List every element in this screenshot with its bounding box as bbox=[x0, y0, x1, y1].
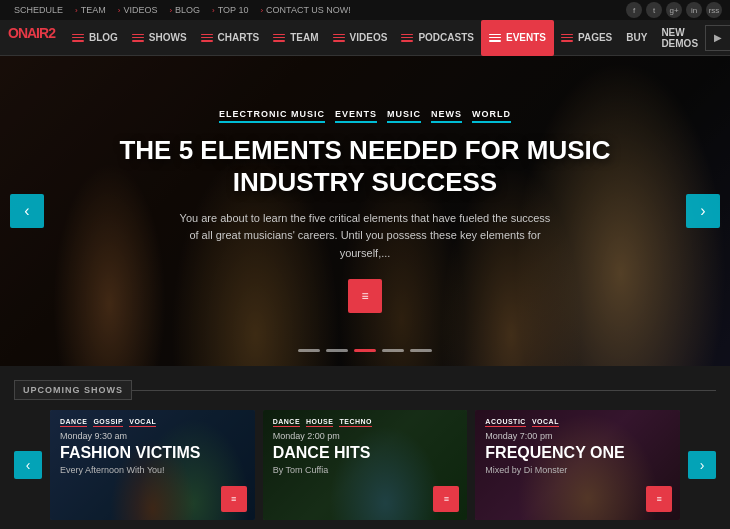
shows-prev-button[interactable]: ‹ bbox=[14, 451, 42, 479]
hero-read-more-button[interactable]: ≡ bbox=[348, 279, 382, 313]
show-title-3: FREQUENCY ONE bbox=[485, 444, 670, 462]
topbar-item-contact[interactable]: › CONTACT US NOW! bbox=[254, 5, 356, 15]
menu-icon: ≡ bbox=[444, 494, 449, 504]
menu-icon bbox=[132, 34, 144, 42]
twitter-icon[interactable]: t bbox=[646, 2, 662, 18]
hero-content: ELECTRONIC MUSIC EVENTS MUSIC NEWS WORLD… bbox=[0, 56, 730, 366]
slider-dot-2[interactable] bbox=[326, 349, 348, 352]
menu-icon bbox=[72, 34, 84, 42]
show-card-1[interactable]: DANCE GOSSIP VOCAL Monday 9:30 am FASHIO… bbox=[50, 410, 255, 520]
menu-icon bbox=[273, 34, 285, 42]
shows-grid: DANCE GOSSIP VOCAL Monday 9:30 am FASHIO… bbox=[50, 410, 680, 520]
nav-item-new-demos[interactable]: NEW DEMOS bbox=[654, 20, 705, 56]
show-title-2: DANCE HITS bbox=[273, 444, 458, 462]
menu-icon: ≡ bbox=[361, 289, 368, 303]
show-card-tags-3: ACOUSTIC VOCAL bbox=[485, 418, 670, 427]
menu-icon bbox=[489, 34, 501, 42]
shows-next-button[interactable]: › bbox=[688, 451, 716, 479]
slider-dot-3[interactable] bbox=[354, 349, 376, 352]
site-logo[interactable]: ONAIR2 bbox=[8, 25, 55, 50]
nav-item-blog[interactable]: BLOG bbox=[65, 20, 125, 56]
nav-item-team[interactable]: TEAM bbox=[266, 20, 325, 56]
show-card-tags-2: DANCE HOUSE TECHNO bbox=[273, 418, 458, 427]
hero-tag-music[interactable]: MUSIC bbox=[387, 109, 421, 123]
show-subtitle-2: By Tom Cuffia bbox=[273, 465, 458, 475]
upcoming-shows-label: UPCOMING SHOWS bbox=[14, 380, 132, 400]
slider-dot-4[interactable] bbox=[382, 349, 404, 352]
show-tag-dance[interactable]: DANCE bbox=[60, 418, 87, 427]
show-time-3: Monday 7:00 pm bbox=[485, 431, 670, 441]
nav-item-charts[interactable]: CHARTS bbox=[194, 20, 267, 56]
hero-tag-electronic[interactable]: ELECTRONIC MUSIC bbox=[219, 109, 325, 123]
topbar-item-videos[interactable]: › VIDEOS bbox=[112, 5, 164, 15]
hero-tag-news[interactable]: NEWS bbox=[431, 109, 462, 123]
hero-tags: ELECTRONIC MUSIC EVENTS MUSIC NEWS WORLD bbox=[219, 109, 511, 123]
linkedin-icon[interactable]: in bbox=[686, 2, 702, 18]
nav-item-shows[interactable]: SHOWS bbox=[125, 20, 194, 56]
nav-items: BLOG SHOWS CHARTS TEAM VIDEOS PODCASTS E… bbox=[65, 20, 705, 56]
topbar-item-schedule[interactable]: SCHEDULE bbox=[8, 5, 69, 15]
show-time-2: Monday 2:00 pm bbox=[273, 431, 458, 441]
show-tag-gossip[interactable]: GOSSIP bbox=[93, 418, 123, 427]
top-bar-nav: SCHEDULE › TEAM › VIDEOS › BLOG › TOP 10… bbox=[8, 5, 357, 15]
googleplus-icon[interactable]: g+ bbox=[666, 2, 682, 18]
arrow-icon: › bbox=[169, 6, 172, 15]
show-tag-techno[interactable]: TECHNO bbox=[339, 418, 372, 427]
play-button[interactable]: ▶ bbox=[705, 25, 730, 51]
rss-icon[interactable]: rss bbox=[706, 2, 722, 18]
main-navigation: ONAIR2 BLOG SHOWS CHARTS TEAM VIDEOS POD… bbox=[0, 20, 730, 56]
slider-dot-1[interactable] bbox=[298, 349, 320, 352]
show-subtitle-1: Every Afternoon With You! bbox=[60, 465, 245, 475]
header-divider bbox=[132, 390, 716, 391]
nav-right-controls: ▶ ⊞ 🔍 bbox=[705, 25, 730, 51]
arrow-icon: › bbox=[118, 6, 121, 15]
menu-icon bbox=[333, 34, 345, 42]
slider-dots bbox=[298, 349, 432, 352]
topbar-item-team[interactable]: › TEAM bbox=[69, 5, 112, 15]
show-tag-vocal2[interactable]: VOCAL bbox=[532, 418, 559, 427]
show-card-btn-2[interactable]: ≡ bbox=[433, 486, 459, 512]
show-title-1: FASHION VICTIMS bbox=[60, 444, 245, 462]
show-time-1: Monday 9:30 am bbox=[60, 431, 245, 441]
slider-prev-button[interactable]: ‹ bbox=[10, 194, 44, 228]
show-card-btn-3[interactable]: ≡ bbox=[646, 486, 672, 512]
arrow-icon: › bbox=[212, 6, 215, 15]
show-card-btn-1[interactable]: ≡ bbox=[221, 486, 247, 512]
shows-container: ‹ DANCE GOSSIP VOCAL Monday 9:30 am FASH… bbox=[14, 410, 716, 520]
facebook-icon[interactable]: f bbox=[626, 2, 642, 18]
menu-icon bbox=[201, 34, 213, 42]
hero-tag-world[interactable]: WORLD bbox=[472, 109, 511, 123]
slider-next-button[interactable]: › bbox=[686, 194, 720, 228]
menu-icon: ≡ bbox=[231, 494, 236, 504]
slider-dot-5[interactable] bbox=[410, 349, 432, 352]
show-tag-house[interactable]: HOUSE bbox=[306, 418, 333, 427]
show-tag-acoustic[interactable]: ACOUSTIC bbox=[485, 418, 526, 427]
top-bar: SCHEDULE › TEAM › VIDEOS › BLOG › TOP 10… bbox=[0, 0, 730, 20]
hero-slider: ELECTRONIC MUSIC EVENTS MUSIC NEWS WORLD… bbox=[0, 56, 730, 366]
show-card-tags-1: DANCE GOSSIP VOCAL bbox=[60, 418, 245, 427]
hero-tag-events[interactable]: EVENTS bbox=[335, 109, 377, 123]
nav-item-pages[interactable]: PAGES bbox=[554, 20, 619, 56]
hero-title: THE 5 ELEMENTS NEEDED FOR MUSIC INDUSTRY… bbox=[100, 135, 630, 197]
menu-icon bbox=[561, 34, 573, 42]
menu-icon: ≡ bbox=[656, 494, 661, 504]
show-subtitle-3: Mixed by Di Monster bbox=[485, 465, 670, 475]
bottom-section: UPCOMING SHOWS ‹ DANCE GOSSIP VOCAL Mond… bbox=[0, 366, 730, 529]
hero-description: You are about to learn the five critical… bbox=[175, 210, 555, 263]
nav-item-buy[interactable]: BUY bbox=[619, 20, 654, 56]
show-card-3[interactable]: ACOUSTIC VOCAL Monday 7:00 pm FREQUENCY … bbox=[475, 410, 680, 520]
social-icons: f t g+ in rss bbox=[626, 2, 722, 18]
arrow-icon: › bbox=[75, 6, 78, 15]
topbar-item-top10[interactable]: › TOP 10 bbox=[206, 5, 254, 15]
nav-item-events[interactable]: EVENTS bbox=[481, 20, 554, 56]
upcoming-header: UPCOMING SHOWS bbox=[14, 380, 716, 400]
nav-item-podcasts[interactable]: PODCASTS bbox=[394, 20, 481, 56]
arrow-icon: › bbox=[260, 6, 263, 15]
menu-icon bbox=[401, 34, 413, 42]
show-tag-vocal[interactable]: VOCAL bbox=[129, 418, 156, 427]
show-tag-dance2[interactable]: DANCE bbox=[273, 418, 300, 427]
nav-item-videos[interactable]: VIDEOS bbox=[326, 20, 395, 56]
show-card-2[interactable]: DANCE HOUSE TECHNO Monday 2:00 pm DANCE … bbox=[263, 410, 468, 520]
topbar-item-blog[interactable]: › BLOG bbox=[163, 5, 206, 15]
